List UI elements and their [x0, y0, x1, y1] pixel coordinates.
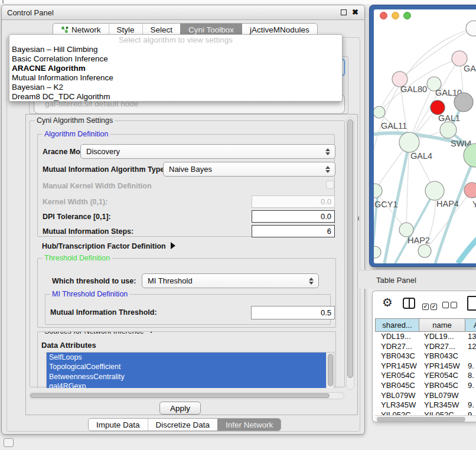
scrollbar-thumb[interactable] — [30, 393, 330, 398]
network-node[interactable] — [425, 181, 444, 200]
table-cell: 9 — [465, 410, 476, 415]
table-row[interactable]: YER054CYER054C8. — [375, 371, 476, 381]
mi-threshold-field[interactable]: 0.5 — [251, 306, 335, 319]
scrollbar-thumb[interactable] — [377, 417, 465, 422]
settings-vertical-scrollbar[interactable] — [346, 117, 354, 390]
algorithm-option[interactable]: Dream8 DC_TDC Algorithm — [9, 92, 342, 102]
deselect-all-icon[interactable] — [442, 300, 459, 311]
sources-group: Sources for Network Inference Data Attri… — [37, 331, 336, 388]
minimize-traffic-light[interactable] — [392, 12, 399, 19]
table-row[interactable]: YBL079WYBL079W — [375, 391, 476, 401]
table-cell: YDR27... — [419, 342, 465, 352]
table-horizontal-scrollbar[interactable] — [375, 415, 476, 422]
mi-steps-label: Mutual Information Steps: — [43, 227, 133, 236]
network-node[interactable] — [454, 93, 473, 112]
sources-expander[interactable]: Sources for Network Inference — [43, 331, 157, 335]
network-node[interactable] — [374, 246, 381, 258]
algorithm-option[interactable]: Basic Correlation Inference — [9, 54, 342, 64]
attribute-item[interactable]: SelfLoops — [47, 353, 326, 362]
dpi-tolerance-field[interactable]: 0.0 — [252, 210, 335, 223]
hub-definition-expander[interactable]: Hub/Transcription Factor Definition — [42, 240, 175, 251]
apply-button[interactable]: Apply — [159, 402, 201, 415]
window-title: Control Panel — [7, 8, 54, 17]
table-cell: YDR27... — [375, 342, 419, 352]
table-row[interactable]: YIL052CYIL052C9 — [375, 410, 476, 415]
algorithm-option-aracne[interactable]: ARACNE Algorithm — [9, 64, 342, 73]
algorithm-option[interactable]: Mutual Information Inference — [9, 73, 342, 83]
table-icon[interactable] — [467, 296, 476, 311]
network-canvas[interactable]: GALGAL80GAL10GAL1GAL11SWI4GAL4GCY1HAP4YH… — [374, 9, 476, 263]
network-node[interactable] — [399, 132, 419, 152]
node-label: HAP4 — [436, 199, 459, 208]
close-icon[interactable]: ✖ — [352, 8, 358, 17]
table-cell: 8. — [465, 371, 476, 381]
column-header-shared-name[interactable]: shared... — [375, 318, 419, 332]
tab-impute-data[interactable]: Impute Data — [89, 419, 148, 431]
kernel-width-field[interactable]: 0.0 — [252, 195, 335, 208]
algorithm-option[interactable]: Bayesian – K2 — [9, 83, 342, 92]
close-traffic-light[interactable] — [380, 12, 387, 19]
table-row[interactable]: YLR345WYLR345W9. — [375, 400, 476, 410]
tab-cyni-toolbox[interactable]: Cyni Toolbox — [180, 24, 242, 35]
split-view-icon[interactable] — [403, 298, 415, 309]
attribute-item[interactable]: BetweennessCentrality — [47, 372, 326, 381]
network-graph: GALGAL80GAL10GAL1GAL11SWI4GAL4GCY1HAP4YH… — [374, 9, 476, 263]
tab-infer-network[interactable]: Infer Network — [217, 419, 281, 431]
aracne-mode-value: Discovery — [86, 145, 120, 159]
algorithm-option[interactable]: Bayesian – Hill Climbing — [9, 45, 342, 54]
scrollbar-thumb[interactable] — [347, 119, 353, 378]
table-cell: YDL19... — [419, 332, 465, 342]
table-cell — [465, 391, 476, 401]
table-row[interactable]: YDL19...YDL19...13 — [375, 332, 476, 342]
tab-discretize-data[interactable]: Discretize Data — [148, 419, 218, 431]
table-cell: YIL052C — [375, 410, 419, 415]
table-row[interactable]: YBR043CYBR043C — [375, 351, 476, 361]
screen: Control Panel ✖ Network Style Select Cyn… — [0, 0, 476, 450]
which-threshold-combo[interactable]: MI Threshold — [142, 273, 319, 288]
table-panel-window: ⚙ ✓✓ shared... name A YDL19...YDL19...13… — [372, 291, 476, 422]
zoom-traffic-light[interactable] — [403, 12, 411, 19]
spinner-arrows-icon — [325, 166, 330, 173]
network-node[interactable] — [418, 244, 431, 257]
network-node[interactable] — [464, 182, 476, 198]
network-node[interactable] — [466, 21, 476, 36]
table-row[interactable]: YBR045CYBR045C9. — [375, 381, 476, 391]
tab-network[interactable]: Network — [53, 24, 109, 35]
table-cell: YPR145W — [375, 361, 419, 371]
scrollbar-thumb[interactable] — [328, 354, 333, 386]
network-node[interactable] — [374, 184, 382, 198]
algorithm-definition-group: Algorithm Definition Aracne Mode: Discov… — [37, 134, 335, 237]
attribute-item[interactable]: gal4RGexp — [47, 381, 326, 388]
table-row[interactable]: YDR27...YDR27...12 — [375, 342, 476, 352]
table-rows: YDL19...YDL19...13YDR27...YDR27...12YBR0… — [375, 332, 476, 415]
gear-icon[interactable]: ⚙ — [382, 296, 393, 309]
node-label: Y — [472, 200, 476, 209]
tab-jactivemnodules[interactable]: jActiveMNodules — [242, 24, 317, 35]
table-row[interactable]: YPR145WYPR145W9. — [375, 361, 476, 371]
node-label: GAL4 — [410, 151, 432, 161]
network-node[interactable] — [399, 223, 413, 237]
tab-select[interactable]: Select — [142, 24, 181, 35]
spinner-arrows-icon — [325, 148, 330, 155]
group-title: Algorithm Definition — [43, 130, 110, 138]
column-header-name[interactable]: name — [419, 318, 465, 332]
algorithm-dropdown: Select algorithm to view settings Bayesi… — [9, 34, 343, 102]
manual-kernel-label: Manual Kernel Width Definition — [43, 182, 152, 190]
highlighted-edge — [458, 237, 476, 263]
manual-kernel-checkbox[interactable] — [326, 181, 334, 189]
attribute-item[interactable]: TopologicalCoefficient — [47, 362, 326, 371]
table-cell: YLR345W — [419, 400, 465, 410]
network-node[interactable] — [440, 122, 457, 138]
collapsed-panel-icon[interactable] — [4, 438, 14, 447]
tab-style[interactable]: Style — [109, 24, 142, 35]
network-node[interactable] — [431, 100, 445, 115]
float-window-icon[interactable] — [341, 9, 347, 15]
network-node[interactable] — [374, 106, 385, 118]
column-header-partial[interactable]: A — [465, 318, 476, 332]
mi-type-combo[interactable]: Naive Bayes — [163, 162, 335, 177]
select-all-icon[interactable]: ✓✓ — [422, 300, 439, 311]
list-scrollbar[interactable] — [326, 353, 334, 388]
settings-horizontal-scrollbar[interactable] — [29, 392, 344, 399]
mi-steps-field[interactable]: 6 — [252, 225, 335, 237]
aracne-mode-combo[interactable]: Discovery — [80, 144, 335, 159]
